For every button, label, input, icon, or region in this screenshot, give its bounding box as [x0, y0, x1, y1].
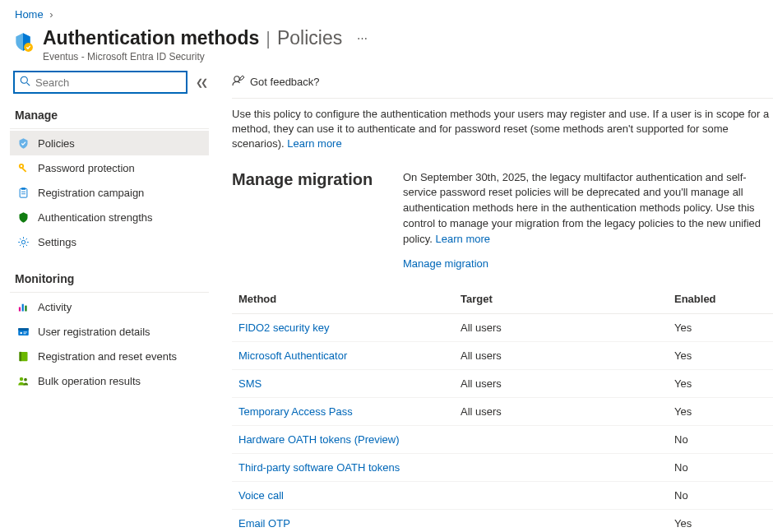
auth-methods-icon	[12, 30, 35, 53]
svg-rect-6	[20, 188, 27, 197]
breadcrumb: Home ›	[0, 0, 773, 24]
method-link[interactable]: Microsoft Authenticator	[238, 349, 347, 362]
collapse-sidebar-button[interactable]: ❮❮	[196, 77, 206, 88]
svg-rect-19	[18, 307, 20, 311]
method-target: All users	[454, 341, 668, 369]
methods-table: Method Target Enabled FIDO2 security key…	[232, 285, 773, 529]
sidebar-item-label: Registration and reset events	[38, 350, 177, 363]
sidebar-item-authentication-strengths[interactable]: Authentication strengths	[10, 205, 209, 229]
sidebar-item-label: Password protection	[38, 162, 135, 174]
table-row[interactable]: Hardware OATH tokens (Preview)No	[232, 425, 773, 453]
method-enabled: Yes	[668, 341, 773, 369]
svg-line-16	[25, 244, 26, 245]
shield-icon	[16, 210, 30, 224]
svg-point-10	[21, 240, 25, 243]
svg-line-18	[25, 238, 26, 239]
svg-point-4	[20, 164, 22, 167]
method-enabled: Yes	[668, 369, 773, 397]
feedback-label: Got feedback?	[250, 76, 320, 88]
svg-rect-20	[21, 303, 23, 311]
search-box[interactable]	[13, 71, 187, 94]
svg-point-31	[234, 76, 239, 81]
svg-rect-23	[18, 328, 29, 331]
feedback-button[interactable]: Got feedback?	[232, 74, 320, 90]
shield-check-icon	[16, 136, 30, 150]
sidebar-item-label: User registration details	[38, 326, 150, 338]
table-row[interactable]: Temporary Access PassAll usersYes	[232, 397, 773, 425]
table-row[interactable]: Email OTPYes	[232, 509, 773, 529]
nav-section-header: Manage	[10, 104, 209, 129]
migration-learn-more-link[interactable]: Learn more	[436, 233, 490, 245]
method-target	[454, 509, 668, 529]
svg-rect-26	[23, 333, 25, 334]
sidebar-item-activity[interactable]: Activity	[10, 294, 209, 319]
manage-migration-link[interactable]: Manage migration	[403, 257, 488, 270]
column-header-method[interactable]: Method	[232, 285, 454, 314]
sidebar-item-label: Activity	[38, 301, 72, 313]
method-enabled: No	[668, 425, 773, 453]
sidebar-item-label: Policies	[38, 137, 75, 150]
method-link[interactable]: Hardware OATH tokens (Preview)	[238, 433, 400, 446]
table-row[interactable]: SMSAll usersYes	[232, 369, 773, 397]
method-link[interactable]: Voice call	[238, 489, 284, 502]
page-subsection: Policies	[277, 27, 342, 49]
method-target: All users	[454, 369, 668, 397]
migration-heading: Manage migration	[232, 170, 380, 247]
svg-rect-7	[21, 187, 25, 190]
key-icon	[16, 161, 30, 174]
clipboard-icon	[16, 186, 30, 199]
search-icon	[20, 76, 30, 89]
sidebar-item-label: Authentication strengths	[38, 211, 152, 224]
sidebar-item-user-registration-details[interactable]: User registration details	[10, 319, 209, 344]
sidebar-item-label: Registration campaign	[38, 187, 144, 199]
method-target	[454, 453, 668, 481]
table-row[interactable]: Third-party software OATH tokensNo	[232, 453, 773, 481]
method-enabled: Yes	[668, 397, 773, 425]
page-header: Authentication methods | Policies ⋯ Even…	[0, 24, 773, 71]
breadcrumb-home[interactable]: Home	[15, 8, 44, 21]
intro-learn-more-link[interactable]: Learn more	[287, 137, 341, 150]
column-header-enabled[interactable]: Enabled	[668, 285, 773, 314]
title-divider: |	[266, 28, 271, 49]
method-link[interactable]: Email OTP	[238, 517, 290, 529]
migration-body: On September 30th, 2025, the legacy mult…	[403, 170, 773, 247]
column-header-target[interactable]: Target	[454, 285, 668, 314]
svg-point-30	[24, 377, 27, 381]
bars-icon	[16, 300, 30, 313]
method-enabled: No	[668, 453, 773, 481]
sidebar-item-bulk-operation-results[interactable]: Bulk operation results	[10, 368, 209, 393]
method-link[interactable]: Temporary Access Pass	[238, 405, 353, 418]
method-link[interactable]: Third-party software OATH tokens	[238, 461, 400, 474]
sidebar-item-registration-and-reset-events[interactable]: Registration and reset events	[10, 344, 209, 368]
book-icon	[16, 349, 30, 363]
sidebar-item-registration-campaign[interactable]: Registration campaign	[10, 180, 209, 205]
intro-text: Use this policy to configure the authent…	[232, 107, 773, 152]
more-actions-button[interactable]: ⋯	[357, 32, 368, 44]
method-enabled: Yes	[668, 509, 773, 529]
toolbar: Got feedback?	[232, 71, 773, 99]
sidebar-item-label: Settings	[38, 236, 76, 248]
migration-section: Manage migration On September 30th, 2025…	[232, 170, 773, 247]
table-row[interactable]: Microsoft AuthenticatorAll usersYes	[232, 341, 773, 369]
table-row[interactable]: Voice callNo	[232, 481, 773, 509]
method-enabled: No	[668, 481, 773, 509]
search-input[interactable]	[35, 76, 181, 89]
sidebar-item-policies[interactable]: Policies	[10, 131, 209, 155]
sidebar-item-label: Bulk operation results	[38, 375, 141, 387]
method-target	[454, 425, 668, 453]
people-icon	[16, 374, 30, 387]
method-target: All users	[454, 397, 668, 425]
sidebar-item-password-protection[interactable]: Password protection	[10, 155, 209, 180]
nav-section-header: Monitoring	[10, 267, 209, 293]
method-link[interactable]: SMS	[238, 377, 262, 390]
sidebar: ❮❮ ManagePoliciesPassword protectionRegi…	[0, 71, 212, 529]
table-row[interactable]: FIDO2 security keyAll usersYes	[232, 313, 773, 341]
method-link[interactable]: FIDO2 security key	[238, 322, 330, 334]
svg-point-24	[20, 331, 22, 334]
svg-rect-28	[19, 351, 21, 360]
id-card-icon	[16, 325, 30, 338]
method-target: All users	[454, 313, 668, 341]
sidebar-item-settings[interactable]: Settings	[10, 229, 209, 254]
svg-rect-5	[21, 167, 26, 172]
svg-line-15	[20, 238, 21, 239]
